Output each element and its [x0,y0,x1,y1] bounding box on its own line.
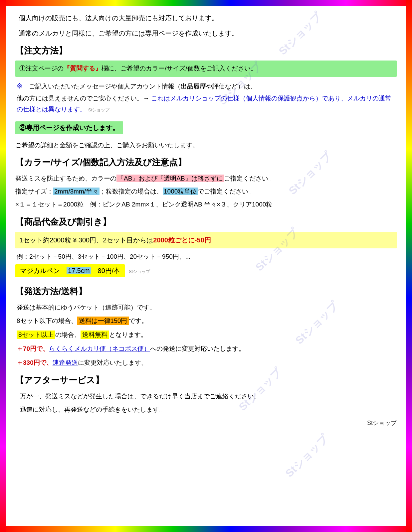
color-size-line1: 発送ミスを防止するため、カラーの『AB』および『透明AB』は略さずにご指定くださ… [15,173,397,185]
shipping-line1: 発送は基本的にゆうパケット（追跡可能）です。 [15,302,397,314]
magic-pen-box: マジカルペン 17.5cm 80円/本 [15,264,125,277]
shipping-free-highlight: 送料無料 [81,331,109,339]
rainbow-border-top [0,0,412,6]
order-step1-text: ①注文ページの『質問する』欄に、ご希望のカラー/サイズ/個数をご記入ください。 [19,65,257,72]
shop-label-bottom-text: Stショップ [367,420,397,426]
order-confirm: ご希望の詳細と金額をご確認の上、ご購入をお願いいたします。 [15,140,397,151]
shipping-line5: ＋330円で、速達発送に変更対応いたします。 [15,357,397,369]
price-box: 1セット約2000粒 ¥ 300円、2セット目からは2000粒ごとに-50円 [15,232,397,248]
shipping-fee-highlight: 送料は一律150円 [77,317,129,325]
shipping-extra2-pre: ＋330円で、 [17,359,53,366]
shipping-line3: 8セット以上の場合、送料無料となります。 [15,329,397,341]
magic-pen-size: 17.5cm [67,267,91,274]
rainbow-border-right [406,0,412,532]
size-highlight-blue: 2mm/3mm/半々 [53,188,100,195]
order-section: 【注文方法】 ①注文ページの『質問する』欄に、ご希望のカラー/サイズ/個数をご記… [15,45,397,151]
intro-section: 個人向けの販売にも、法人向けの大量卸売にも対応しております。 通常のメルカリと同… [15,12,397,39]
shipping-extra2-link: 速達発送 [53,359,78,366]
order-step1-box: ①注文ページの『質問する』欄に、ご希望のカラー/サイズ/個数をご記入ください。 [15,61,397,76]
shipping-extra1-pre: ＋70円で、 [17,345,49,352]
shipping-line4: ＋70円で、らくらくメルカリ便（ネコポス便）への発送に変更対応いたします。 [15,343,397,355]
order-shop-label: Stショップ [88,107,109,112]
price-example: 例：2セット－50円、3セット－100円、20セット－950円、... [15,251,397,262]
order-note-line1: ※ ご記入いただいたメッセージや個人アカウント情報（出品履歴や評価など）は、 [15,80,397,92]
watermark-7: Stショップ [282,432,331,480]
after-service-line1: 万が一、発送ミスなどが発生した場合は、できるだけ早く当店までご連絡ください。 [15,390,397,402]
price-discount-text: 2000粒ごとに-50円 [153,236,211,244]
unit-highlight-blue: 1000粒単位 [163,188,198,195]
rainbow-border-bottom [0,526,412,532]
color-highlight-pink: 『AB』および『透明AB』は略さずに [116,175,224,182]
intro-line1: 個人向けの販売にも、法人向けの大量卸売にも対応しております。 [15,12,397,24]
shipping-section: 【発送方法/送料】 発送は基本的にゆうパケット（追跡可能）です。 8セット以下の… [15,285,397,369]
main-content: 個人向けの販売にも、法人向けの大量卸売にも対応しております。 通常のメルカリと同… [6,6,406,437]
color-size-line2: 指定サイズ：2mm/3mm/半々；粒数指定の場合は、1000粒単位でご指定くださ… [15,186,397,198]
price-section: 【商品代金及び割引き】 1セット約2000粒 ¥ 300円、2セット目からは20… [15,216,397,280]
order-step2-box: ②専用ページを作成いたします。 [15,121,123,134]
price-title: 【商品代金及び割引き】 [15,216,397,228]
shop-label-bottom: Stショップ [15,419,397,427]
color-size-section: 【カラー/サイズ/個数記入方法及び注意点】 発送ミスを防止するため、カラーの『A… [15,156,397,210]
after-service-section: 【アフターサービス】 万が一、発送ミスなどが発生した場合は、できるだけ早く当店ま… [15,374,397,427]
shipping-title: 【発送方法/送料】 [15,285,397,297]
color-size-title: 【カラー/サイズ/個数記入方法及び注意点】 [15,156,397,168]
magic-pen-line: マジカルペン 17.5cm 80円/本 Stショップ [15,264,397,280]
shipping-free-highlight-label: 8セット以上 [17,331,55,339]
shipping-line2: 8セット以下の場合、送料は一律150円です。 [15,315,397,327]
order-title: 【注文方法】 [15,45,397,57]
intro-line2: 通常のメルカリと同様に、ご希望の方には専用ページを作成いたします。 [15,27,397,39]
rainbow-border-left [0,0,6,532]
after-service-line2: 迅速に対応し、再発送などの手続きをいたします。 [15,404,397,416]
shipping-extra1-link: らくらくメルカリ便（ネコポス便） [49,345,150,352]
magic-pen-shop-label: Stショップ [129,269,150,274]
order-note-line2: 他の方には見えませんのでご安心ください。→ これはメルカリショップの仕様（個人情… [15,93,397,115]
order-step2-wrapper: ②専用ページを作成いたします。 [15,118,397,137]
color-size-line3: ×１＝１セット＝2000粒 例：ピンクAB 2mm×１、ピンク透明AB 半々×３… [15,199,397,210]
after-service-title: 【アフターサービス】 [15,374,397,386]
order-note-link: これはメルカリショップの仕様（個人情報の保護観点から）であり、メルカリの通常の仕… [17,95,391,112]
